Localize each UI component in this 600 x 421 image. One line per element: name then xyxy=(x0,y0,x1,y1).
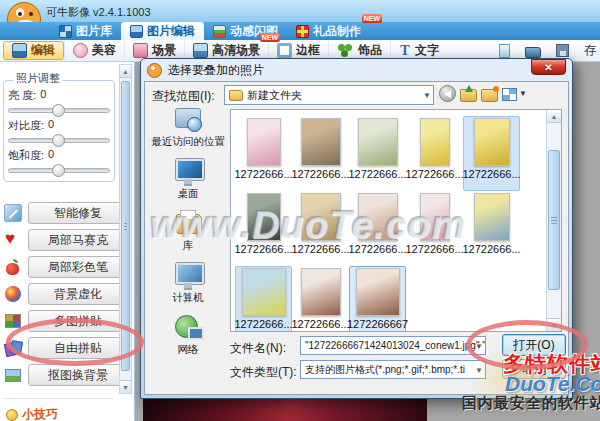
scroll-down-arrow-icon[interactable]: ▼ xyxy=(120,380,131,393)
slider-value: 0 xyxy=(48,118,54,133)
new-file-icon[interactable] xyxy=(499,44,510,58)
folder-icon xyxy=(229,90,243,101)
slider-label-contrast: 对比度:0 xyxy=(8,118,110,133)
tab-library[interactable]: 图片库 xyxy=(50,22,121,40)
look-in-combobox[interactable]: 新建文件夹 ▼ xyxy=(224,85,434,105)
dropdown-arrow-icon[interactable]: ▼ xyxy=(423,91,431,100)
new-folder-icon[interactable] xyxy=(481,89,498,102)
edit-photo-icon xyxy=(12,43,27,58)
gift-icon xyxy=(296,25,309,38)
beauty-icon xyxy=(73,43,88,58)
file-name-label: 1272266667 xyxy=(347,318,408,330)
slider-thumb[interactable] xyxy=(52,104,65,117)
open-folder-icon[interactable] xyxy=(525,47,541,58)
screenshot-root: { "app": { "title": "可牛影像 v2.4.1.1003", … xyxy=(0,0,600,421)
slider-track-saturation[interactable] xyxy=(8,168,110,173)
file-thumbnail xyxy=(301,268,341,316)
text-icon xyxy=(399,43,411,58)
dialog-nav-icons: ▼ xyxy=(439,85,527,102)
background-photo-fragment xyxy=(143,399,427,421)
slider-label-saturation: 饱和度:0 xyxy=(8,148,110,163)
tips-section[interactable]: 小技巧 xyxy=(6,406,58,421)
file-name-combobox[interactable]: "12722666671424013024_conew1.jpg" "12 ▼ xyxy=(300,336,486,355)
slider-track-contrast[interactable] xyxy=(8,138,110,143)
tips-label: 小技巧 xyxy=(22,406,58,421)
save-label-partial: 存 xyxy=(584,42,596,59)
file-item[interactable]: 12722666... xyxy=(406,116,463,191)
file-list-scrollbar[interactable]: ▲ ▼ xyxy=(546,110,561,331)
scroll-up-arrow-icon[interactable]: ▲ xyxy=(547,110,561,123)
scene-icon xyxy=(133,43,148,58)
slider-thumb[interactable] xyxy=(52,134,65,147)
file-item[interactable]: 12722666... xyxy=(292,266,349,331)
up-folder-icon[interactable] xyxy=(460,89,477,102)
dialog-close-button[interactable]: ✕ xyxy=(531,59,566,75)
file-name-label: 12722666... xyxy=(291,168,349,180)
tool-row-background-blur: 背景虚化 xyxy=(4,283,128,305)
desktop-icon xyxy=(172,158,204,184)
tool-row-mosaic: 局部马赛克 xyxy=(4,229,128,251)
file-thumbnail xyxy=(420,118,450,166)
file-type-field-label: 文件类型(T): xyxy=(230,364,297,381)
toolbar-item-edit[interactable]: 编辑 xyxy=(3,41,64,60)
slider-track-brightness[interactable] xyxy=(8,108,110,113)
file-item[interactable]: 12722666... xyxy=(349,116,406,191)
blur-icon xyxy=(5,286,21,302)
file-item[interactable]: 12722666... xyxy=(235,116,292,191)
place-label: 计算机 xyxy=(172,291,204,305)
save-icon[interactable] xyxy=(556,44,569,57)
tool-button-color-pen[interactable]: 局部彩色笔 xyxy=(28,256,128,278)
file-thumbnail xyxy=(474,193,510,241)
file-name-label: 12722666... xyxy=(462,243,520,255)
app-titlebar: 可牛影像 v2.4.1.1003 xyxy=(0,0,600,22)
app-title: 可牛影像 v2.4.1.1003 xyxy=(46,5,151,20)
slider-label-text: 饱和度: xyxy=(8,148,44,163)
place-item-network[interactable]: 网络 xyxy=(172,314,204,357)
back-icon[interactable] xyxy=(439,85,456,102)
slider-thumb[interactable] xyxy=(52,164,65,177)
tool-button-mosaic[interactable]: 局部马赛克 xyxy=(28,229,128,251)
slider-row-saturation: 饱和度:0 xyxy=(8,148,110,178)
dialog-titlebar[interactable]: 选择要叠加的照片 ✕ xyxy=(141,59,572,81)
place-item-computer[interactable]: 计算机 xyxy=(172,262,204,305)
file-item[interactable]: 12722666... xyxy=(235,266,292,331)
grid-icon xyxy=(59,25,72,38)
tab-photo-edit[interactable]: 图片编辑 xyxy=(121,22,204,40)
look-in-value: 新建文件夹 xyxy=(247,88,302,103)
sidebar: 照片调整 亮 度:0对比度:0饱和度:0 智能修复局部马赛克局部彩色笔背景虚化多… xyxy=(0,62,135,421)
file-thumbnail xyxy=(301,118,341,166)
look-in-label: 查找范围(I): xyxy=(152,88,215,105)
window-action-icons: 存 xyxy=(499,42,600,59)
watermark-center: www.DuoTe.com xyxy=(150,204,466,247)
multi-collage-icon xyxy=(5,314,21,328)
file-thumbnail xyxy=(358,118,398,166)
file-thumbnail xyxy=(242,268,286,316)
hd-scene-icon xyxy=(193,43,208,58)
scroll-up-arrow-icon[interactable]: ▲ xyxy=(120,65,131,78)
new-badge: NEW xyxy=(260,33,280,42)
toolbar-item-label: 场景 xyxy=(152,42,176,59)
file-item[interactable]: 12722666... xyxy=(463,116,520,191)
views-icon[interactable] xyxy=(502,88,517,101)
repair-wand-icon xyxy=(4,204,22,222)
tool-button-background-blur[interactable]: 背景虚化 xyxy=(28,283,128,305)
edit-photo-icon xyxy=(130,25,143,38)
cutout-background-icon xyxy=(5,369,21,382)
scrollbar-thumb[interactable] xyxy=(548,150,560,290)
file-name-label: 12722666... xyxy=(291,318,349,330)
tool-button-cutout-background[interactable]: 抠图换背景 xyxy=(28,364,128,386)
place-item-desktop[interactable]: 桌面 xyxy=(172,158,204,201)
color-pen-apple-icon xyxy=(4,258,22,276)
file-item[interactable]: 1272266667 xyxy=(349,266,406,331)
file-type-combobox[interactable]: 支持的图片格式(*.png;*.gif;*.bmp;*.ti ▼ xyxy=(300,360,486,379)
tool-row-smart-repair: 智能修复 xyxy=(4,202,128,224)
annotation-ellipse-free-collage xyxy=(6,318,144,366)
toolbar-item-beauty[interactable]: 美容 xyxy=(64,41,124,60)
views-dropdown-arrow-icon[interactable]: ▼ xyxy=(519,89,527,98)
place-item-recent[interactable]: 最近访问的位置 xyxy=(151,106,225,149)
slider-label-text: 亮 度: xyxy=(8,88,36,103)
tool-button-smart-repair[interactable]: 智能修复 xyxy=(28,202,128,224)
file-item[interactable]: 12722666... xyxy=(463,191,520,266)
tab-gift-making[interactable]: 礼品制作NEW xyxy=(287,22,370,40)
file-item[interactable]: 12722666... xyxy=(292,116,349,191)
